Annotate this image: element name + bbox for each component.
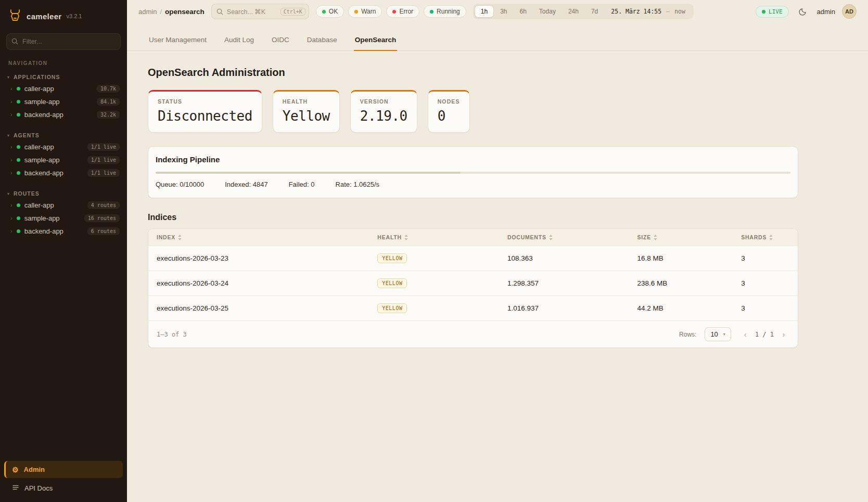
chevron-right-icon: › <box>10 157 12 163</box>
search-icon <box>11 38 18 45</box>
stat-card-health: HEALTH Yellow <box>273 90 340 133</box>
sidebar-item-routes-backend-app[interactable]: › backend-app 6 routes <box>0 225 127 238</box>
sidebar-item-badge: 1/1 live <box>87 169 120 177</box>
status-dot <box>17 203 20 207</box>
table-footer: 1–3 of 3 Rows: 10 ▾ ‹ 1 / 1 › <box>148 320 798 347</box>
sidebar-item-applications-caller-app[interactable]: › caller-app 10.7k <box>0 82 127 95</box>
navigation-caption: NAVIGATION <box>0 50 127 69</box>
sidebar-item-badge: 32.2k <box>97 111 120 119</box>
date-range-display[interactable]: 25. März 14:55 — now <box>604 8 692 15</box>
rows-per-page-label: Rows: <box>679 331 696 338</box>
sidebar-item-badge: 10.7k <box>97 85 120 93</box>
sidebar-item-badge: 1/1 live <box>87 156 120 164</box>
page-indicator: 1 / 1 <box>755 331 774 338</box>
pipeline-queue: Queue: 0/10000 <box>156 181 204 188</box>
column-header-documents[interactable]: DOCUMENTS <box>499 229 629 246</box>
filter-input[interactable] <box>6 33 121 50</box>
pipeline-failed: Failed: 0 <box>289 181 315 188</box>
column-header-index[interactable]: INDEX <box>148 229 369 246</box>
stat-value: 2.19.0 <box>360 108 407 124</box>
live-label: LIVE <box>769 8 783 15</box>
column-label: SHARDS <box>741 234 767 240</box>
sidebar-item-routes-caller-app[interactable]: › caller-app 4 routes <box>0 199 127 212</box>
chevron-right-icon: › <box>10 215 12 221</box>
dark-mode-toggle[interactable] <box>796 4 810 19</box>
time-range-6h[interactable]: 6h <box>514 5 533 18</box>
status-dot <box>17 100 20 104</box>
sidebar-item-label: caller-app <box>24 201 54 209</box>
sidebar-section-routes[interactable]: ▾ ROUTES <box>0 186 127 199</box>
filter-chip-running[interactable]: Running <box>424 5 466 18</box>
stat-value: 0 <box>438 108 460 124</box>
sidebar-item-agents-caller-app[interactable]: › caller-app 1/1 live <box>0 140 127 153</box>
sidebar-item-applications-backend-app[interactable]: › backend-app 32.2k <box>0 108 127 121</box>
column-header-shards[interactable]: SHARDS <box>733 229 798 246</box>
sidebar-item-agents-sample-app[interactable]: › sample-app 1/1 live <box>0 153 127 166</box>
sort-icon <box>769 235 773 240</box>
health-badge: YELLOW <box>377 253 407 263</box>
stat-label: NODES <box>438 98 460 105</box>
next-page-button[interactable]: › <box>778 329 789 340</box>
sidebar-item-badge: 84.1k <box>97 98 120 106</box>
sidebar-item-label: caller-app <box>24 85 54 93</box>
chip-label: Running <box>437 8 460 15</box>
global-search[interactable]: Search... ⌘K Ctrl+K <box>211 4 309 19</box>
filter-chip-warn[interactable]: Warn <box>348 5 382 18</box>
avatar[interactable]: AD <box>842 4 857 19</box>
stat-value: Disconnected <box>158 108 252 124</box>
rows-per-page-select[interactable]: 10 ▾ <box>705 327 731 341</box>
stat-label: HEALTH <box>283 98 330 105</box>
chevron-down-icon: ▾ <box>7 133 10 138</box>
sidebar-item-applications-sample-app[interactable]: › sample-app 84.1k <box>0 95 127 108</box>
sidebar: cameleer v3.2.1 NAVIGATION ▾ APPLICATION… <box>0 0 127 502</box>
previous-page-button[interactable]: ‹ <box>739 329 751 340</box>
warn-status-dot <box>354 10 358 14</box>
search-shortcut-kbd: Ctrl+K <box>280 8 305 16</box>
sidebar-item-badge: 4 routes <box>87 201 120 209</box>
stat-cards: STATUS Disconnected HEALTH Yellow VERSIO… <box>148 90 798 133</box>
time-range-1h[interactable]: 1h <box>475 5 494 18</box>
table-footer-controls: Rows: 10 ▾ ‹ 1 / 1 › <box>679 327 789 341</box>
tab-oidc[interactable]: OIDC <box>271 30 290 51</box>
time-range-today[interactable]: Today <box>533 5 562 18</box>
sidebar-item-badge: 16 routes <box>84 214 120 222</box>
breadcrumb-admin[interactable]: admin <box>138 8 157 16</box>
tab-user-management[interactable]: User Management <box>148 30 208 51</box>
sidebar-section-applications[interactable]: ▾ APPLICATIONS <box>0 69 127 82</box>
time-range-24h[interactable]: 24h <box>562 5 585 18</box>
sidebar-section-agents[interactable]: ▾ AGENTS <box>0 127 127 140</box>
indices-title: Indices <box>148 213 798 222</box>
cell-documents: 1.016.937 <box>499 296 629 321</box>
sidebar-item-admin[interactable]: ⚙ Admin <box>4 461 123 478</box>
time-range-7d[interactable]: 7d <box>585 5 604 18</box>
chevron-right-icon: › <box>10 112 12 118</box>
sidebar-item-api-docs[interactable]: API Docs <box>4 478 123 494</box>
indexing-pipeline-card: Indexing Pipeline Queue: 0/10000 Indexed… <box>148 146 798 198</box>
status-dot <box>17 87 20 91</box>
tab-opensearch[interactable]: OpenSearch <box>354 30 398 51</box>
sort-icon <box>404 235 408 240</box>
status-dot <box>17 229 20 233</box>
tab-database[interactable]: Database <box>306 30 338 51</box>
cell-health: YELLOW <box>369 246 499 271</box>
status-filter-chips: OK Warn Error Running <box>316 5 466 18</box>
admin-label: Admin <box>24 466 45 473</box>
tab-audit-log[interactable]: Audit Log <box>223 30 255 51</box>
table-row[interactable]: executions-2026-03-24 YELLOW 1.298.357 2… <box>148 271 798 296</box>
live-toggle[interactable]: LIVE <box>756 6 789 18</box>
app-logo[interactable]: cameleer v3.2.1 <box>0 0 127 27</box>
sidebar-item-agents-backend-app[interactable]: › backend-app 1/1 live <box>0 166 127 179</box>
breadcrumb-current: opensearch <box>165 8 205 16</box>
column-header-health[interactable]: HEALTH <box>369 229 499 246</box>
chevron-right-icon: › <box>10 170 12 176</box>
table-row[interactable]: executions-2026-03-25 YELLOW 1.016.937 4… <box>148 296 798 321</box>
stat-card-nodes: NODES 0 <box>428 90 470 133</box>
filter-chip-ok[interactable]: OK <box>316 5 344 18</box>
time-range-3h[interactable]: 3h <box>494 5 513 18</box>
sidebar-item-label: sample-app <box>24 156 60 164</box>
sidebar-item-routes-sample-app[interactable]: › sample-app 16 routes <box>0 212 127 225</box>
health-badge: YELLOW <box>377 303 407 313</box>
table-row[interactable]: executions-2026-03-23 YELLOW 108.363 16.… <box>148 246 798 271</box>
filter-chip-error[interactable]: Error <box>386 5 419 18</box>
column-header-size[interactable]: SIZE <box>629 229 733 246</box>
